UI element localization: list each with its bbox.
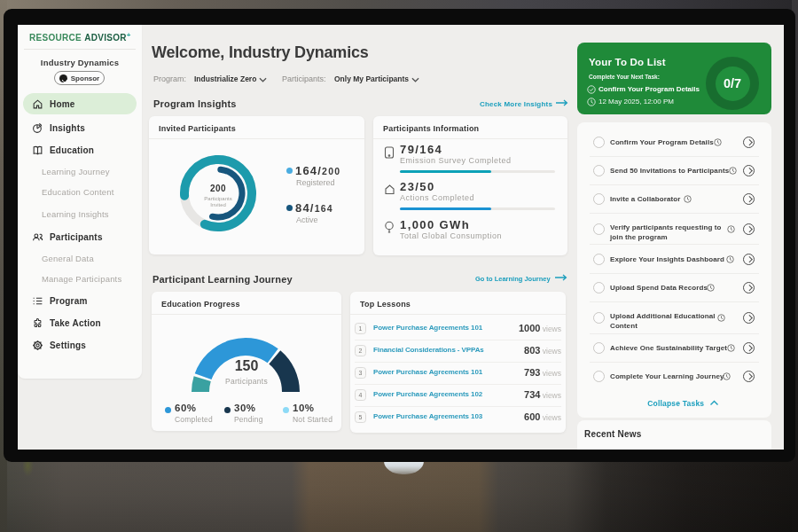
svg-text:Invited: Invited: [210, 202, 226, 207]
svg-text:200: 200: [210, 184, 226, 193]
svg-text:Participants: Participants: [204, 196, 231, 201]
